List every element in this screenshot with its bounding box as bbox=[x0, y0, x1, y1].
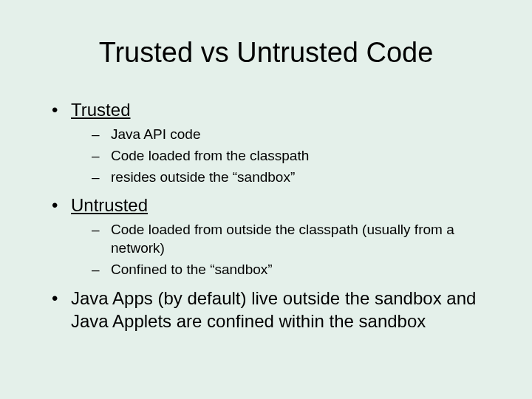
bullet-text: Java Apps (by default) live outside the … bbox=[71, 288, 476, 331]
bullet-item: Java Apps (by default) live outside the … bbox=[52, 287, 495, 332]
sub-item: Code loaded from the classpath bbox=[92, 147, 495, 166]
bullet-item: Trusted Java API code Code loaded from t… bbox=[52, 98, 495, 186]
bullet-text: Untrusted bbox=[71, 195, 148, 215]
sub-list: Code loaded from outside the classpath (… bbox=[92, 221, 495, 279]
sub-item: resides outside the “sandbox” bbox=[92, 168, 495, 187]
bullet-item: Untrusted Code loaded from outside the c… bbox=[52, 194, 495, 279]
slide: Trusted vs Untrusted Code Trusted Java A… bbox=[0, 0, 532, 399]
sub-item: Java API code bbox=[92, 126, 495, 144]
sub-item: Code loaded from outside the classpath (… bbox=[92, 221, 495, 257]
slide-title: Trusted vs Untrusted Code bbox=[37, 37, 495, 69]
sub-list: Java API code Code loaded from the class… bbox=[92, 126, 495, 186]
sub-item: Confined to the “sandbox” bbox=[92, 261, 495, 279]
bullet-text: Trusted bbox=[71, 100, 130, 120]
bullet-list: Trusted Java API code Code loaded from t… bbox=[52, 98, 495, 332]
